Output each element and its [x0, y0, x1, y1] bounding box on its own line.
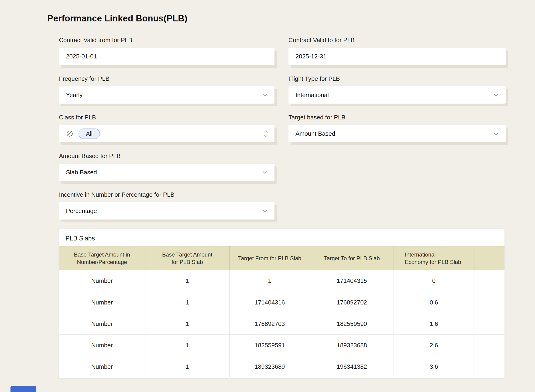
table-row: Number 1 182559591 189323688 2.6: [59, 335, 504, 356]
target-based-label: Target based for PLB: [289, 113, 506, 121]
table-row: Number 1 171404316 176892702 0.6: [59, 292, 504, 313]
table-cell: 1: [145, 356, 229, 377]
table-cell: Number: [59, 313, 145, 335]
table-cell: 0: [393, 270, 474, 292]
column-header-target-to: Target To for PLB Slab: [310, 246, 393, 270]
table-cell: Number: [59, 270, 145, 292]
plb-content: Performance Linked Bonus(PLB) Contract V…: [0, 0, 535, 378]
contract-valid-to-input[interactable]: 2025-12-31: [289, 48, 506, 65]
field-contract-valid-to: Contract Valid to for PLB 2025-12-31: [289, 36, 506, 65]
amount-based-select[interactable]: Slab Based: [59, 164, 275, 181]
field-flight-type: Flight Type for PLB International: [289, 75, 506, 104]
contract-valid-from-label: Contract Valid from for PLB: [59, 36, 275, 44]
table-cell: 1: [145, 270, 229, 292]
bottom-partial-button[interactable]: [10, 386, 36, 392]
page-title: Performance Linked Bonus(PLB): [47, 14, 535, 23]
table-cell: 189323688: [310, 335, 393, 356]
class-spinner[interactable]: [263, 130, 269, 138]
chevron-down-icon: [492, 130, 500, 137]
plb-slabs-title: PLB Slabs: [59, 229, 504, 246]
incentive-value: Percentage: [66, 207, 97, 215]
frequency-label: Frequency for PLB: [59, 75, 275, 83]
table-cell: 196341382: [310, 356, 393, 377]
table-cell: 182559590: [310, 313, 393, 335]
table-cell-empty: [474, 292, 504, 313]
table-cell: 189323689: [229, 356, 310, 377]
chevron-up-icon[interactable]: [263, 130, 269, 133]
table-cell: 1: [145, 292, 229, 313]
frequency-select[interactable]: Yearly: [59, 86, 275, 104]
flight-type-select[interactable]: International: [289, 86, 506, 104]
form-column-right: Contract Valid to for PLB 2025-12-31 Fli…: [289, 36, 506, 229]
field-class: Class for PLB All: [59, 113, 275, 142]
form-column-left: Contract Valid from for PLB 2025-01-01 F…: [59, 36, 275, 229]
plb-screen: Performance Linked Bonus(PLB) Contract V…: [0, 0, 535, 392]
table-cell: Number: [59, 335, 145, 356]
circle-slash-icon[interactable]: [66, 130, 73, 137]
chevron-down-icon: [261, 207, 268, 214]
plb-form: Contract Valid from for PLB 2025-01-01 F…: [59, 36, 535, 229]
flight-type-label: Flight Type for PLB: [289, 75, 506, 83]
table-cell: Number: [59, 356, 145, 377]
table-cell: 1: [145, 313, 229, 335]
plb-slabs-card: PLB Slabs Base Target Amount in Number/P…: [59, 229, 504, 378]
chevron-down-icon: [261, 169, 268, 176]
field-target-based: Target based for PLB Amount Based: [289, 113, 506, 142]
table-cell: Number: [59, 292, 145, 313]
plb-slabs-table: Base Target Amount in Number/Percentage …: [59, 246, 504, 377]
table-cell: 171404316: [229, 292, 310, 313]
table-row: Number 1 189323689 196341382 3.6: [59, 356, 504, 377]
class-multiselect[interactable]: All: [59, 125, 275, 142]
chevron-down-icon: [261, 92, 268, 98]
table-cell-empty: [474, 270, 504, 292]
target-based-select[interactable]: Amount Based: [289, 125, 506, 142]
table-row: Number 1 1 171404315 0: [59, 270, 504, 292]
table-cell: 176892703: [229, 313, 310, 335]
field-amount-based: Amount Based for PLB Slab Based: [59, 152, 275, 181]
contract-valid-from-input[interactable]: 2025-01-01: [59, 48, 275, 65]
table-cell: 3.6: [393, 356, 474, 377]
column-header-empty: [474, 246, 504, 270]
frequency-value: Yearly: [66, 92, 82, 99]
table-cell: 1.6: [393, 313, 474, 335]
table-cell-empty: [474, 313, 504, 335]
incentive-select[interactable]: Percentage: [59, 202, 275, 219]
field-contract-valid-from: Contract Valid from for PLB 2025-01-01: [59, 36, 275, 65]
flight-type-value: International: [295, 92, 329, 99]
field-frequency: Frequency for PLB Yearly: [59, 75, 275, 104]
amount-based-value: Slab Based: [66, 169, 97, 176]
amount-based-label: Amount Based for PLB: [59, 152, 275, 160]
table-cell: 0.6: [393, 292, 474, 313]
chevron-down-icon[interactable]: [263, 134, 269, 138]
chevron-down-icon: [492, 92, 500, 98]
class-chip-all[interactable]: All: [79, 129, 100, 139]
table-cell: 1: [145, 335, 229, 356]
table-cell: 1: [229, 270, 310, 292]
table-cell-empty: [474, 356, 504, 377]
column-header-base-target-amount: Base Target Amount for PLB Slab: [145, 246, 229, 270]
contract-valid-to-label: Contract Valid to for PLB: [289, 36, 506, 44]
contract-valid-to-value: 2025-12-31: [295, 53, 327, 60]
table-cell: 182559591: [229, 335, 310, 356]
table-cell: 171404315: [310, 270, 393, 292]
incentive-label: Incentive in Number or Percentage for PL…: [59, 191, 275, 199]
contract-valid-from-value: 2025-01-01: [66, 53, 97, 60]
class-label: Class for PLB: [59, 113, 275, 121]
target-based-value: Amount Based: [295, 130, 335, 137]
table-cell: 2.6: [393, 335, 474, 356]
column-header-base-target-type: Base Target Amount in Number/Percentage: [59, 246, 145, 270]
table-header-row: Base Target Amount in Number/Percentage …: [59, 246, 504, 270]
table-row: Number 1 176892703 182559590 1.6: [59, 313, 504, 335]
column-header-international-economy: International Economy for PLB Slab: [393, 246, 474, 270]
column-header-target-from: Target From for PLB Slab: [229, 246, 310, 270]
table-cell: 176892702: [310, 292, 393, 313]
table-cell-empty: [474, 335, 504, 356]
field-incentive: Incentive in Number or Percentage for PL…: [59, 191, 275, 219]
